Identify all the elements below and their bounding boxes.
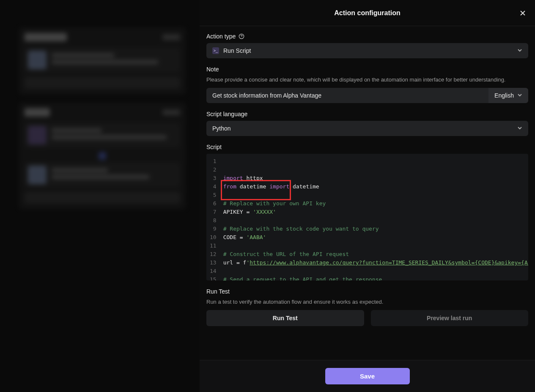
note-desc: Please provide a concise and clear note,… <box>206 76 528 84</box>
preview-last-run-button[interactable]: Preview last run <box>371 310 529 326</box>
action-type-select[interactable]: >_ Run Script <box>206 43 528 58</box>
help-icon[interactable] <box>238 33 244 40</box>
background-blur <box>0 0 199 392</box>
chevron-down-icon <box>517 92 522 99</box>
script-lang-label: Script language <box>206 111 528 117</box>
save-button[interactable]: Save <box>325 368 410 384</box>
script-lang-value: Python <box>212 125 231 132</box>
script-lang-select[interactable]: Python <box>206 121 528 136</box>
action-type-label: Action type <box>206 33 528 40</box>
chevron-down-icon <box>517 47 522 54</box>
panel-header: Action configuration <box>200 0 535 26</box>
panel-body: Action type >_ Run Script Note Please pr… <box>200 26 535 360</box>
chevron-down-icon <box>517 125 522 132</box>
action-type-value: Run Script <box>223 47 251 54</box>
run-test-desc: Run a test to verify the automation flow… <box>206 298 528 306</box>
close-icon[interactable] <box>518 8 527 18</box>
note-input[interactable] <box>206 88 488 103</box>
script-editor[interactable]: 123456789101112131415 import httpxfrom d… <box>206 154 528 280</box>
run-test-button[interactable]: Run Test <box>206 310 364 326</box>
action-config-panel: Action configuration Action type >_ Run … <box>200 0 535 392</box>
code-lines[interactable]: import httpxfrom datetime import datetim… <box>221 154 528 280</box>
run-test-label: Run Test <box>206 288 528 295</box>
script-label: Script <box>206 144 528 150</box>
script-icon: >_ <box>212 47 219 54</box>
panel-title: Action configuration <box>334 9 400 17</box>
note-lang-select[interactable]: English <box>488 88 528 103</box>
panel-footer: Save <box>200 360 535 392</box>
note-label: Note <box>206 66 528 73</box>
line-gutter: 123456789101112131415 <box>206 154 221 280</box>
